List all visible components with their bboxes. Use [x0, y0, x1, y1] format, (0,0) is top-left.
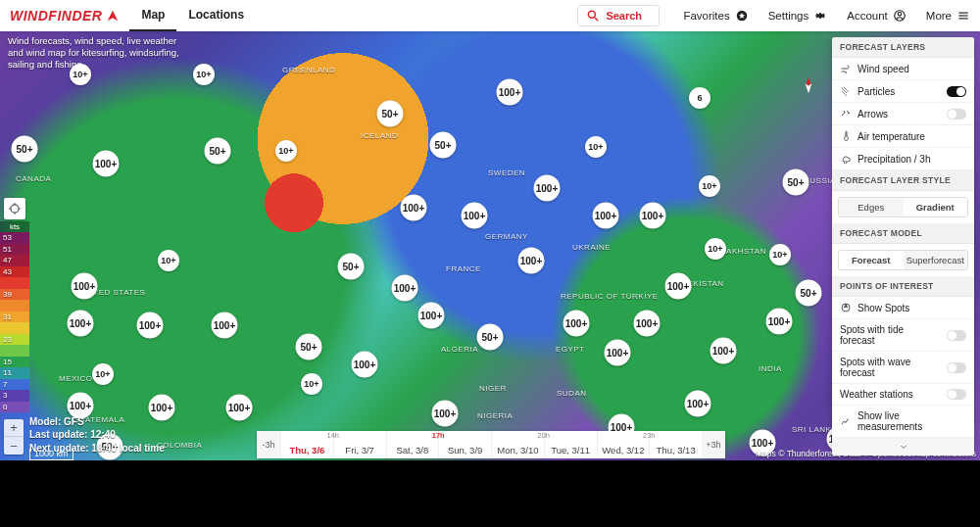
- layer-particles[interactable]: Particles: [832, 80, 974, 103]
- cluster-bubble[interactable]: 100+: [685, 391, 711, 417]
- scale-row: 0: [0, 402, 29, 413]
- cluster-bubble[interactable]: 100+: [392, 275, 418, 302]
- cluster-bubble[interactable]: 50+: [796, 280, 822, 307]
- panel-collapse[interactable]: [832, 438, 974, 455]
- style-edges[interactable]: Edges: [839, 198, 904, 216]
- cluster-bubble[interactable]: 100+: [432, 401, 459, 427]
- timeline-hour[interactable]: 17h: [386, 431, 492, 441]
- cluster-bubble[interactable]: 100+: [401, 195, 427, 221]
- chevron-down-icon: [898, 441, 909, 453]
- layer-air-temp[interactable]: Air temperature: [832, 125, 974, 148]
- scale-row: 11: [0, 367, 29, 379]
- settings-button[interactable]: Settings: [759, 9, 838, 23]
- layers-panel: FORECAST LAYERS Wind speed Particles Arr…: [832, 37, 974, 455]
- cluster-bubble[interactable]: 100+: [518, 248, 545, 274]
- cluster-bubble[interactable]: 100+: [137, 312, 164, 339]
- cluster-bubble[interactable]: 10+: [193, 64, 215, 85]
- poi-live[interactable]: Show live measurements: [832, 406, 974, 438]
- scale-bar: 1000 km: [29, 449, 74, 460]
- brand-logo[interactable]: WINDFINDER: [0, 8, 129, 24]
- poi-wave[interactable]: Spots with wave forecast: [832, 352, 974, 384]
- cluster-bubble[interactable]: 100+: [593, 203, 619, 229]
- cluster-bubble[interactable]: 10+: [158, 250, 179, 271]
- chart-icon: [840, 415, 852, 427]
- zoom-out-button[interactable]: −: [4, 437, 24, 455]
- timeline-hour[interactable]: 23h: [597, 431, 703, 441]
- layer-precip[interactable]: Precipitation / 3h: [832, 148, 974, 170]
- poi-show-spots[interactable]: Show Spots: [832, 297, 974, 319]
- cluster-bubble[interactable]: 50+: [430, 132, 457, 159]
- cluster-bubble[interactable]: 10+: [699, 175, 720, 197]
- cluster-bubble[interactable]: 50+: [12, 136, 38, 163]
- cluster-bubble[interactable]: 100+: [766, 309, 793, 335]
- toggle-tide[interactable]: [947, 330, 966, 341]
- cluster-bubble[interactable]: 10+: [92, 363, 114, 385]
- wind-icon: [840, 63, 852, 74]
- cluster-bubble[interactable]: 6: [689, 87, 710, 109]
- toggle-stations[interactable]: [947, 389, 966, 400]
- color-scale: kts 535147433931231511730: [0, 221, 29, 412]
- compass-icon[interactable]: [799, 75, 818, 95]
- model-forecast[interactable]: Forecast: [839, 251, 904, 269]
- cluster-bubble[interactable]: 50+: [296, 334, 322, 360]
- time-prev[interactable]: -3h: [257, 431, 280, 458]
- style-gradient[interactable]: Gradient: [904, 198, 968, 216]
- nav-map[interactable]: Map: [129, 0, 176, 31]
- panel-head-style: FORECAST LAYER STYLE: [832, 170, 974, 191]
- cluster-bubble[interactable]: 100+: [68, 311, 94, 337]
- account-button[interactable]: Account: [837, 9, 916, 23]
- cluster-bubble[interactable]: 100+: [352, 352, 378, 378]
- cluster-bubble[interactable]: 10+: [301, 373, 322, 395]
- cluster-bubble[interactable]: 100+: [534, 175, 561, 202]
- cluster-bubble[interactable]: 100+: [605, 340, 631, 366]
- timeline-hour[interactable]: 14h: [280, 431, 386, 441]
- poi-tide[interactable]: Spots with tide forecast: [832, 319, 974, 352]
- timeline-hour[interactable]: 20h: [491, 431, 597, 441]
- map-description: Wind forecasts, wind speed, live weather…: [8, 35, 184, 71]
- layer-wind-speed[interactable]: Wind speed: [832, 58, 974, 80]
- zoom-control: + −: [4, 419, 24, 455]
- cluster-bubble[interactable]: 10+: [275, 140, 297, 162]
- cluster-bubble[interactable]: 10+: [705, 238, 726, 260]
- cluster-bubble[interactable]: 100+: [665, 273, 692, 300]
- cluster-bubble[interactable]: 100+: [710, 338, 737, 364]
- cluster-bubble[interactable]: 50+: [205, 138, 231, 165]
- cluster-bubble[interactable]: 100+: [72, 273, 98, 300]
- cluster-bubble[interactable]: 50+: [338, 254, 365, 280]
- more-button[interactable]: More: [916, 9, 980, 23]
- zoom-in-button[interactable]: +: [4, 419, 24, 437]
- crosshair-icon: [8, 202, 22, 216]
- layer-arrows[interactable]: Arrows: [832, 103, 974, 125]
- cluster-bubble[interactable]: 50+: [783, 169, 809, 196]
- cluster-bubble[interactable]: 10+: [585, 136, 607, 158]
- cluster-bubble[interactable]: 100+: [226, 395, 253, 421]
- cluster-bubble[interactable]: 100+: [212, 312, 238, 339]
- cluster-bubble[interactable]: 100+: [564, 311, 590, 337]
- cluster-bubble[interactable]: 100+: [640, 203, 666, 229]
- model-superforecast[interactable]: Superforecast: [904, 251, 968, 269]
- menu-icon: [956, 9, 970, 23]
- poi-stations[interactable]: Weather stations: [832, 384, 974, 406]
- cluster-bubble[interactable]: 10+: [769, 244, 791, 265]
- nav-locations[interactable]: Locations: [176, 0, 256, 31]
- star-icon: [735, 9, 749, 23]
- cluster-bubble[interactable]: 10+: [70, 64, 91, 85]
- time-next[interactable]: +3h: [702, 431, 725, 458]
- cluster-bubble[interactable]: 100+: [634, 311, 661, 337]
- toggle-arrows[interactable]: [947, 109, 966, 120]
- cluster-bubble[interactable]: 100+: [462, 203, 488, 229]
- locate-button[interactable]: [4, 198, 25, 219]
- favorites-button[interactable]: Favorites: [673, 9, 758, 23]
- cluster-bubble[interactable]: 50+: [477, 324, 504, 351]
- svg-point-0: [589, 11, 596, 18]
- cluster-bubble[interactable]: 100+: [418, 303, 445, 329]
- search-box[interactable]: Search: [577, 5, 660, 26]
- cluster-bubble[interactable]: 100+: [497, 79, 523, 106]
- scale-row: 7: [0, 379, 29, 391]
- country-label: ICELAND: [361, 131, 398, 140]
- cluster-bubble[interactable]: 100+: [93, 151, 120, 177]
- toggle-wave[interactable]: [947, 362, 966, 373]
- arrows-icon: [840, 108, 852, 120]
- cluster-bubble[interactable]: 50+: [377, 101, 404, 127]
- toggle-particles[interactable]: [947, 86, 966, 97]
